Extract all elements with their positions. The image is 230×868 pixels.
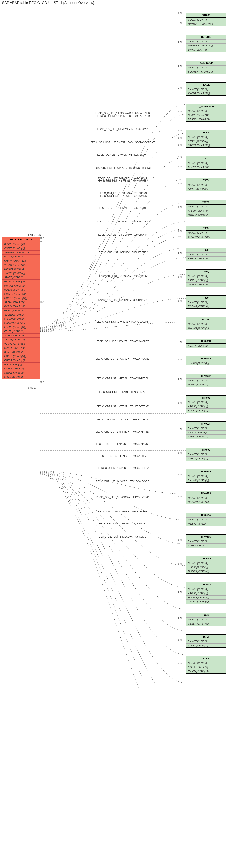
cardinality-dst: 0..N — [178, 230, 181, 232]
entity-field: MANDT [CLNT (3)] — [186, 135, 226, 139]
entity-field: FDLEV [CHAR (2)] — [2, 329, 40, 333]
cardinality-dst: 0..N — [178, 473, 181, 476]
edge — [39, 474, 186, 688]
entity-field: MWSKO [CHAR (10)] — [2, 292, 40, 296]
entity-field: MANDT [CLNT (3)] — [186, 561, 226, 565]
entity-header: TFK001P — [186, 374, 226, 378]
entity-header: TFK003 — [186, 396, 226, 400]
cardinality-dst: 0..N — [178, 111, 181, 113]
cardinality-dst: 0..N — [178, 206, 181, 209]
entity-field: CLIENT [CLNT (3)] — [186, 18, 226, 22]
entity-but0bk: BUT0BKMANDT [CLNT (3)]PARTNER [CHAR (10)… — [186, 35, 226, 52]
cardinality-src: 1 — [40, 342, 41, 344]
entity-field: BLART [CHAR (2)] — [2, 350, 40, 354]
edge — [39, 472, 186, 587]
entity-t007a: T007AMANDT [CLNT (3)]KALSM [CHAR (6)]MWS… — [186, 200, 226, 217]
edge-label: EECIC_OBJ_LIST_1-FDLEV = T036-EBENE — [87, 251, 158, 254]
entity-header: BUT000 — [186, 13, 226, 18]
edge-label: EECIC_OBJ_LIST_1-AUGRD = TFK001A-AUGRD — [87, 358, 158, 360]
entity-field: RCOMP [CHAR (6)] — [186, 304, 226, 308]
page-title: SAP ABAP table EECIC_OBJ_LIST_1 {Account… — [2, 1, 228, 5]
cardinality-src: 1 — [40, 241, 41, 243]
edge-label: EECIC_OBJ_LIST_1-FDGRP = T035-GRUPP — [87, 234, 158, 236]
entity-field: MWSKZ [CHAR (2)] — [2, 283, 40, 288]
entity-field: MWSKZ [CHAR (2)] — [186, 213, 226, 217]
edge-label: EECIC_OBJ_LIST_1-HVORG = TFKHVO-HVORG — [87, 480, 158, 483]
entity-field: SPART [CHAR (2)] — [2, 275, 40, 279]
cardinality-dst: 0..N — [178, 358, 181, 361]
edge-label: EECIC_OBJ_LIST_1-TVORG = TFKTVO-TVORG — [87, 496, 158, 498]
entity-field: STRKZ [CHAR (2)] — [186, 434, 226, 439]
edge-label: EECIC_OBJ_LIST_1-BUKRS = T001-BUKRS — [87, 192, 158, 195]
entity-tfk008: TFK008MANDT [CLNT (3)]ZAHLS [CHAR (1)] — [186, 447, 226, 461]
entity-field: MANDT [CLNT (3)] — [186, 87, 226, 91]
cardinality-dst: 0..N — [178, 639, 181, 641]
entity-field: MANDT [CLNT (3)] — [186, 205, 226, 209]
entity-t059q: T059QMANDT [CLNT (3)]LAND1 [CHAR (3)]QSS… — [186, 269, 226, 287]
entity-field: TXJCD [CHAR (15)] — [186, 669, 226, 673]
cardinality-dst: 0..N — [178, 155, 181, 158]
entity-field: MANDT [CLNT (3)] — [186, 300, 226, 304]
entity-ska1: SKA1MANDT [CLNT (3)]KTOPL [CHAR (4)]SAKN… — [186, 130, 226, 148]
cardinality-dst: 1..N — [178, 428, 181, 430]
entity-field: IKEY [CHAR (2)] — [2, 362, 40, 367]
entity-field: HKONT [CHAR (10)] — [2, 279, 40, 283]
entity-field: WAERS [CUKY (5)] — [186, 326, 226, 330]
entity-field: MANDT [CLNT (3)] — [186, 587, 226, 591]
entity-field: MANDT [CLNT (3)] — [186, 639, 226, 643]
entity-field: BUKRS [CHAR (4)] — [2, 242, 40, 246]
entity-field: APPLK [CHAR (1)] — [186, 591, 226, 595]
entity-header: T001 — [186, 156, 226, 161]
entity-tfk056s: TFK056SMANDT [CLNT (3)]SPERZ [CHAR (1)] — [186, 534, 226, 548]
cardinality-dst: 0..N — [178, 165, 181, 168]
edge-label: EECIC_OBJ_LIST_1-BUPLA = J_1BBRANCH-BRAN… — [87, 166, 158, 169]
entity-tfk000k: TFK000KKONTT [CHAR (2)] — [186, 339, 226, 348]
entity-t001: T001MANDT [CLNT (3)]BUKRS [CHAR (4)] — [186, 156, 226, 169]
cardinality-dst: 0..N — [178, 378, 181, 380]
entity-field: STRKZ [CHAR (2)] — [2, 371, 40, 375]
entity-field: SPERZ [CHAR (1)] — [2, 333, 40, 338]
entity-field: SEGMENT [CHAR (10)] — [186, 69, 226, 74]
cardinality-dst: 0..N — [178, 452, 181, 454]
cardinality-dst: 0..N — [178, 41, 181, 43]
edge-label: EECIC_OBJ_LIST_1-MWSKZ = T007A-MWSKZ — [87, 220, 158, 223]
entity-fkkvk: FKKVKMANDT [CLNT (3)]VKONT [CHAR (12)] — [186, 83, 226, 96]
edge — [39, 473, 186, 609]
entity-field: LANDL [CHAR (3)] — [2, 375, 40, 379]
edge-label: EECIC_OBJ_LIST_1-TXJCD = TTXJ-TXJCD — [87, 535, 158, 538]
cardinality-dst: 0..N — [178, 144, 181, 146]
entity-field: GSBER [CHAR (4)] — [2, 246, 40, 250]
cardinality-src: 1 — [40, 322, 41, 325]
entity-field: MANDT [CLNT (3)] — [186, 161, 226, 165]
entity-header: TTXJ — [186, 656, 226, 661]
entity-field: EMBVT [CHAR (4)] — [2, 358, 40, 362]
entity-j_1bbranch: J_1BBRANCHMANDT [CLNT (3)]BUKRS [CHAR (4… — [186, 104, 226, 122]
cardinality-dst: 0..N — [178, 300, 181, 302]
edge-label: EECIC_OBJ_LIST_1-KONTT = TFK000K-KONTT — [87, 340, 158, 343]
cardinality-src: 1 — [40, 277, 41, 279]
entity-field: VKONT [CHAR (12)] — [186, 91, 226, 95]
edge — [39, 179, 186, 329]
entity-field: MANDT [CLNT (3)] — [186, 322, 226, 326]
entity-tgsb: TGSBMANDT [CLNT (3)]GSBER [CHAR (4)] — [186, 613, 226, 626]
cardinality-dst: 0..N — [178, 136, 181, 139]
cardinality-dst: 0..N — [178, 12, 181, 14]
entity-field: KONTT [CHAR (2)] — [2, 346, 40, 350]
edge-label: EECIC_OBJ_LIST_1-MWVKO = SKA1-SAKNR — [87, 180, 158, 182]
edge — [39, 473, 186, 655]
entity-field: IKEY [CHAR (2)] — [186, 522, 226, 526]
entity-header: FKKVK — [186, 83, 226, 87]
edge-label: EECIC_OBJ_LIST_1-MAHNV = TFK047A-MAHNV — [87, 430, 158, 433]
entity-header: TFK008 — [186, 448, 226, 452]
entity-tfk001p: TFK001PMANDT [CLNT (3)]PERSL [CHAR (4)] — [186, 374, 226, 387]
entity-field: BUPLA [CHAR (4)] — [2, 254, 40, 259]
edge-label: EECIC_OBJ_LIST_1-LANDL = T005-LAND1 — [87, 207, 158, 210]
entity-field: MANDT [CLNT (3)] — [186, 617, 226, 622]
cardinality-dst: 0..N — [178, 182, 181, 185]
entity-field: APPLK [CHAR (1)] — [186, 565, 226, 569]
edge-label: EECIC_OBJ_LIST_1-VBUND = T880-RCOMP — [87, 299, 158, 302]
entity-field: SPZAH [CHAR (1)] — [2, 300, 40, 304]
cardinality-dst: 0..N — [178, 129, 181, 132]
entity-t880: T880MANDT [CLNT (3)]RCOMP [CHAR (6)] — [186, 296, 226, 309]
entity-field: KALSM [CHAR (6)] — [186, 665, 226, 669]
